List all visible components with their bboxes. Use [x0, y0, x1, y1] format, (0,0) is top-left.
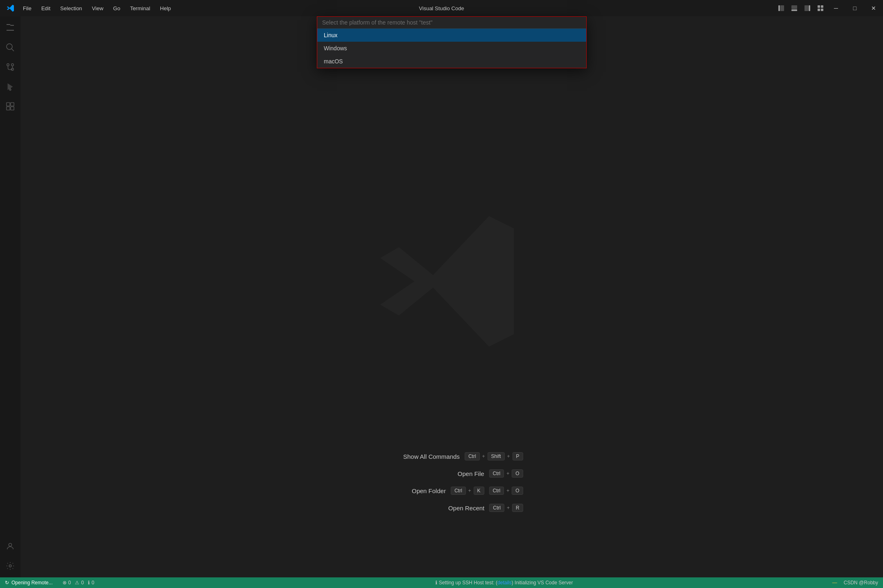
run-debug-icon[interactable] [0, 77, 20, 97]
account-icon[interactable] [0, 536, 20, 556]
notification-text-after: ) Initializing VS Code Server [511, 580, 573, 586]
svg-rect-23 [11, 107, 14, 110]
quick-pick-list: Linux Windows macOS [317, 29, 586, 68]
quick-pick-container: Linux Windows macOS [317, 16, 587, 68]
quick-pick-input-row [317, 17, 586, 29]
extensions-icon[interactable] [0, 97, 20, 116]
shortcuts-container: Show All Commands Ctrl + Shift + P Open … [381, 452, 523, 512]
layout-controls [775, 2, 827, 14]
key-o: O [512, 469, 523, 478]
search-icon[interactable] [0, 38, 20, 57]
key-ctrl-4: Ctrl [489, 487, 504, 495]
svg-rect-21 [11, 103, 14, 106]
shortcut-open-folder-label: Open Folder [381, 487, 446, 494]
app-body: Show All Commands Ctrl + Shift + P Open … [0, 16, 883, 577]
svg-rect-8 [818, 9, 820, 11]
shortcut-open-file-label: Open File [419, 470, 484, 477]
svg-rect-9 [821, 9, 823, 11]
menu-selection[interactable]: Selection [55, 0, 87, 16]
layout-sidebar-right-icon[interactable] [801, 2, 814, 14]
close-button[interactable]: ✕ [864, 0, 883, 16]
status-csdn: CSDN @Robby [844, 580, 878, 586]
shortcut-open-recent-label: Open Recent [419, 505, 484, 512]
title-bar-left: File Edit Selection View Go Terminal Hel… [0, 0, 176, 16]
info-count: 0 [92, 580, 94, 586]
window-controls: ─ □ ✕ [775, 0, 883, 16]
svg-line-11 [11, 49, 14, 51]
shortcut-open-folder: Open Folder Ctrl + K Ctrl + O [381, 487, 523, 495]
menu-go[interactable]: Go [108, 0, 125, 16]
svg-point-25 [9, 565, 11, 567]
menu-help[interactable]: Help [155, 0, 176, 16]
shortcut-open-recent: Open Recent Ctrl + R [419, 504, 523, 512]
settings-icon[interactable] [0, 556, 20, 576]
key-ctrl-5: Ctrl [489, 504, 504, 512]
key-p: P [512, 452, 523, 460]
quick-pick-item-macos[interactable]: macOS [317, 55, 586, 68]
status-notification: ℹ Setting up SSH Host test: (details) In… [94, 580, 832, 586]
svg-rect-0 [778, 5, 780, 11]
activity-bar [0, 16, 20, 577]
menu-terminal[interactable]: Terminal [125, 0, 155, 16]
svg-rect-22 [7, 107, 10, 110]
svg-point-12 [7, 64, 9, 66]
svg-rect-5 [809, 5, 810, 11]
layout-sidebar-left-icon[interactable] [775, 2, 787, 14]
menu-file[interactable]: File [18, 0, 36, 16]
svg-rect-2 [791, 5, 797, 9]
plus-icon-5: + [506, 488, 509, 494]
key-ctrl-3: Ctrl [451, 487, 466, 495]
info-icon: ℹ [88, 580, 90, 586]
plus-icon-1: + [482, 453, 485, 459]
svg-rect-3 [791, 9, 797, 11]
shortcut-open-file-keys: Ctrl + O [489, 469, 523, 478]
minimize-button[interactable]: ─ [827, 0, 845, 16]
svg-rect-4 [805, 5, 808, 11]
status-spinner-icon: — [832, 580, 837, 586]
explorer-icon[interactable] [0, 18, 20, 38]
menu-view[interactable]: View [87, 0, 108, 16]
menu-bar: File Edit Selection View Go Terminal Hel… [18, 0, 176, 16]
svg-point-24 [9, 543, 11, 546]
menu-edit[interactable]: Edit [36, 0, 55, 16]
warning-count: 0 [81, 580, 84, 586]
status-bar-left: ↻ Opening Remote... ⊗ 0 ⚠ 0 ℹ 0 [5, 580, 94, 586]
svg-rect-7 [821, 5, 823, 8]
quick-pick-item-windows[interactable]: Windows [317, 42, 586, 55]
layout-panel-bottom-icon[interactable] [788, 2, 800, 14]
quick-pick-input[interactable] [322, 19, 581, 26]
svg-point-10 [7, 44, 12, 49]
quick-pick-item-linux[interactable]: Linux [317, 29, 586, 42]
status-errors[interactable]: ⊗ 0 ⚠ 0 ℹ 0 [63, 580, 94, 586]
csdn-label: CSDN @Robby [844, 580, 878, 586]
main-content: Show All Commands Ctrl + Shift + P Open … [20, 16, 883, 577]
window-title: Visual Studio Code [419, 5, 464, 11]
status-indicator: — [832, 580, 837, 586]
key-ctrl: Ctrl [465, 452, 480, 460]
notification-link[interactable]: details [498, 580, 512, 586]
status-remote-label: Opening Remote... [11, 580, 53, 586]
shortcut-open-file: Open File Ctrl + O [419, 469, 523, 478]
status-remote[interactable]: ↻ Opening Remote... [5, 580, 53, 586]
plus-icon-2: + [507, 453, 510, 459]
source-control-icon[interactable] [0, 57, 20, 77]
svg-point-14 [11, 64, 14, 66]
maximize-button[interactable]: □ [845, 0, 864, 16]
svg-rect-20 [7, 103, 10, 106]
key-shift: Shift [487, 452, 504, 460]
svg-rect-6 [818, 5, 820, 8]
key-k: K [473, 487, 484, 495]
quick-pick-overlay: Linux Windows macOS [20, 16, 883, 106]
notification-text-before: Setting up SSH Host test: ( [439, 580, 497, 586]
title-bar: File Edit Selection View Go Terminal Hel… [0, 0, 883, 16]
shortcut-show-commands: Show All Commands Ctrl + Shift + P [394, 452, 523, 460]
activity-bar-bottom [0, 536, 20, 577]
layout-customize-icon[interactable] [814, 2, 827, 14]
status-bar: ↻ Opening Remote... ⊗ 0 ⚠ 0 ℹ 0 ℹ Settin… [0, 577, 883, 588]
svg-rect-1 [780, 5, 784, 11]
key-ctrl-2: Ctrl [489, 469, 504, 478]
error-count: 0 [68, 580, 71, 586]
remote-loading-icon: ↻ [5, 580, 9, 586]
watermark-icon [374, 204, 529, 359]
plus-icon-4: + [468, 488, 471, 494]
